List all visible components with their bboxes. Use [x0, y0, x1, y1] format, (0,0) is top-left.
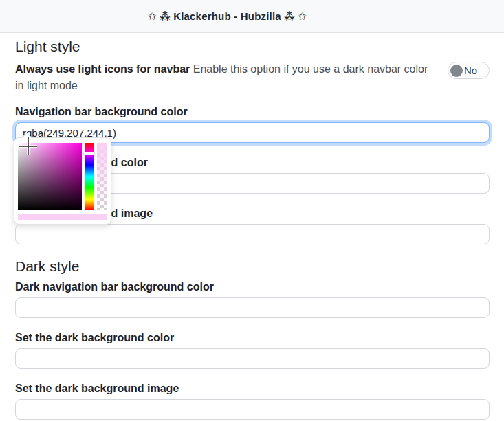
- hue-slider[interactable]: [85, 143, 94, 210]
- hue-marker[interactable]: [84, 152, 95, 155]
- dark-bg-color-input[interactable]: [15, 348, 490, 369]
- dark-bg-image-input[interactable]: [15, 399, 490, 420]
- bg-image-input[interactable]: [15, 224, 490, 244]
- navbar-bg-color-label: Navigation bar background color: [15, 106, 490, 118]
- light-icons-toggle[interactable]: No: [448, 62, 490, 79]
- light-icons-label-wrap: Always use light icons for navbar Enable…: [15, 61, 448, 94]
- navbar: ✩ ⁂ Klackerhub - Hubzilla ⁂ ✩: [0, 0, 504, 33]
- light-icons-setting-row: Always use light icons for navbar Enable…: [15, 61, 490, 94]
- light-icons-label: Always use light icons for navbar: [15, 63, 190, 75]
- dark-style-heading: Dark style: [15, 258, 490, 275]
- toggle-knob-icon: [450, 65, 463, 77]
- dark-navbar-bg-color-input[interactable]: [15, 297, 490, 318]
- dark-bg-image-label: Set the dark background image: [15, 383, 490, 395]
- alpha-slider[interactable]: [97, 143, 107, 210]
- light-style-heading: Light style: [15, 38, 490, 55]
- dark-bg-color-label: Set the dark background color: [15, 332, 490, 344]
- toggle-state-label: No: [464, 65, 477, 76]
- dark-navbar-bg-color-group: Dark navigation bar background color: [15, 281, 490, 318]
- alpha-gradient: [97, 143, 107, 210]
- saturation-square[interactable]: [18, 143, 82, 210]
- dark-navbar-bg-color-label: Dark navigation bar background color: [15, 281, 490, 293]
- theme-settings-panel: Light style Always use light icons for n…: [6, 33, 498, 421]
- color-preview-bar: [18, 214, 107, 220]
- color-picker-popup: [14, 137, 111, 225]
- dark-bg-color-group: Set the dark background color: [15, 332, 490, 369]
- dark-bg-image-group: Set the dark background image: [15, 383, 490, 420]
- site-title: ✩ ⁂ Klackerhub - Hubzilla ⁂ ✩: [148, 10, 307, 23]
